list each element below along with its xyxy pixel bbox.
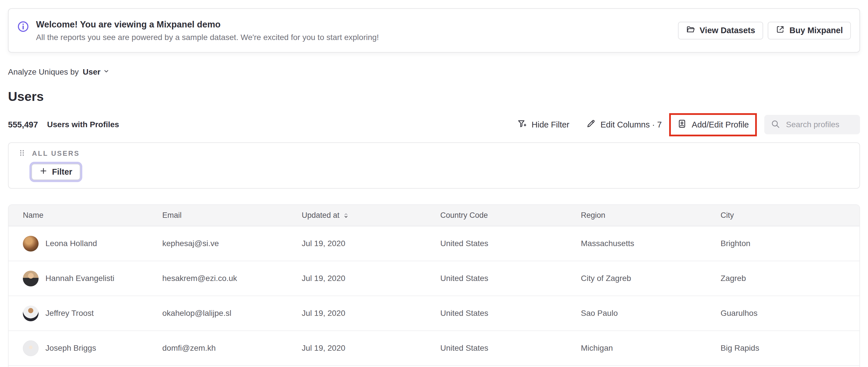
avatar [23,236,38,251]
user-updated-at: Jul 19, 2020 [302,239,440,248]
user-region: City of Zagreb [581,274,720,283]
add-filter-button[interactable]: Filter [31,164,80,180]
profiles-count-label: Users with Profiles [47,120,119,129]
user-name: Leona Holland [45,239,97,248]
user-region: Michigan [581,343,720,353]
plus-icon [39,167,48,177]
avatar [23,306,38,321]
meta-toolbar-row: 555,497 Users with Profiles Hide Filter [8,115,860,134]
annotation-highlight-box: Add/Edit Profile [669,113,757,136]
add-edit-profile-label: Add/Edit Profile [692,120,749,129]
user-country-code: United States [440,309,581,318]
search-profiles-input[interactable] [785,120,854,129]
profiles-count: 555,497 [8,120,38,129]
folder-icon [686,25,695,36]
analyze-uniques-selector[interactable]: User [83,67,110,77]
user-name: Joseph Briggs [45,343,96,353]
user-region: Sao Paulo [581,309,720,318]
view-datasets-button[interactable]: View Datasets [678,22,764,39]
edit-columns-button[interactable]: Edit Columns · 7 [586,119,662,131]
table-body: Leona Holland kephesaj@si.ve Jul 19, 202… [8,226,860,366]
table-row[interactable]: Joseph Briggs domfi@zem.kh Jul 19, 2020 … [8,331,860,366]
profile-card-icon [677,119,687,131]
user-email: kephesaj@si.ve [162,239,302,248]
user-email: domfi@zem.kh [162,343,302,353]
column-header-updated-at[interactable]: Updated at [302,211,440,220]
analyze-uniques-row: Analyze Uniques by User [8,67,860,77]
table-row[interactable]: Jeffrey Troost okahelop@lalijpe.sl Jul 1… [8,296,860,331]
group-label: ALL USERS [32,150,80,157]
analyze-uniques-value: User [83,67,100,77]
view-datasets-label: View Datasets [700,26,755,35]
user-city: Zagreb [720,274,860,283]
user-country-code: United States [440,274,581,283]
hide-filter-button[interactable]: Hide Filter [517,119,569,131]
avatar [23,340,38,356]
welcome-banner: Welcome! You are viewing a Mixpanel demo… [8,8,860,53]
user-updated-at: Jul 19, 2020 [302,274,440,283]
hide-filter-label: Hide Filter [532,120,569,129]
column-header-city[interactable]: City [720,211,860,220]
search-icon [771,119,780,130]
add-filter-label: Filter [52,167,72,177]
add-edit-profile-button[interactable]: Add/Edit Profile [677,119,749,131]
column-header-email[interactable]: Email [162,211,302,220]
filter-panel: ALL USERS Filter [8,142,860,189]
column-header-name[interactable]: Name [23,211,162,220]
external-link-icon [776,25,785,36]
sort-icon[interactable] [342,212,350,219]
buy-mixpanel-button[interactable]: Buy Mixpanel [768,22,851,39]
column-header-region[interactable]: Region [581,211,720,220]
user-city: Brighton [720,239,860,248]
table-header-row: Name Email Updated at Country Code Regio… [8,205,860,226]
analyze-uniques-label: Analyze Uniques by [8,67,79,77]
user-email: hesakrem@ezi.co.uk [162,274,302,283]
user-country-code: United States [440,239,581,248]
buy-mixpanel-label: Buy Mixpanel [789,26,843,35]
avatar [23,271,38,286]
search-profiles-box[interactable] [764,115,860,134]
banner-subtitle: All the reports you see are powered by a… [36,33,379,42]
user-name: Hannah Evangelisti [45,274,114,283]
drag-handle-icon[interactable] [18,149,26,158]
edit-columns-label: Edit Columns · 7 [600,120,662,129]
users-page: Welcome! You are viewing a Mixpanel demo… [0,8,868,367]
user-updated-at: Jul 19, 2020 [302,343,440,353]
table-row[interactable]: Leona Holland kephesaj@si.ve Jul 19, 202… [8,226,860,261]
info-icon [17,21,29,33]
table-row[interactable]: Hannah Evangelisti hesakrem@ezi.co.uk Ju… [8,261,860,296]
user-city: Big Rapids [720,343,860,353]
user-name: Jeffrey Troost [45,309,94,318]
user-city: Guarulhos [720,309,860,318]
user-updated-at: Jul 19, 2020 [302,309,440,318]
column-header-country-code[interactable]: Country Code [440,211,581,220]
user-country-code: United States [440,343,581,353]
funnel-plus-icon [517,119,527,131]
welcome-banner-text: Welcome! You are viewing a Mixpanel demo… [17,19,379,42]
banner-title: Welcome! You are viewing a Mixpanel demo [36,19,379,30]
user-email: okahelop@lalijpe.sl [162,309,302,318]
users-table: Name Email Updated at Country Code Regio… [8,204,860,367]
chevron-down-icon [103,67,110,77]
page-title: Users [8,90,860,103]
pencil-icon [586,119,596,131]
user-region: Massachusetts [581,239,720,248]
